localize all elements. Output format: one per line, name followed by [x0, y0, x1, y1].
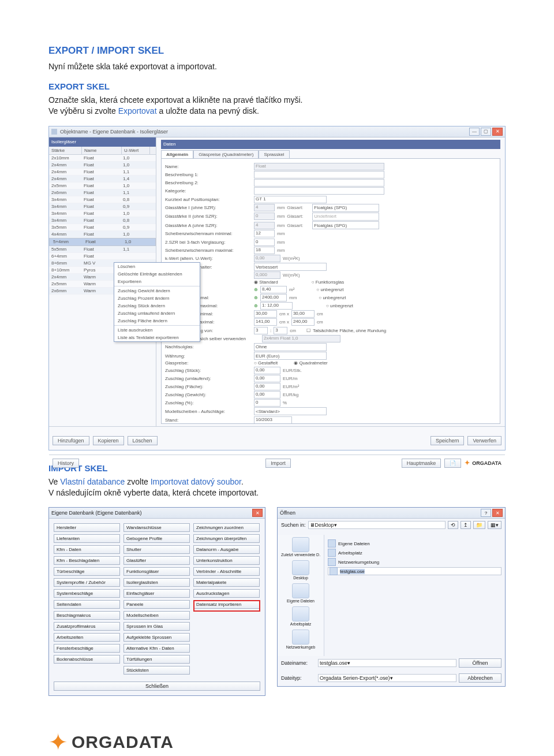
dlg1-button[interactable]: Gebogene Profile: [123, 534, 190, 543]
input-dateiname[interactable]: testglas.ose ▾: [318, 659, 456, 667]
col-staerke[interactable]: Stärke: [49, 147, 82, 154]
table-row[interactable]: 2x4mmFloat1,1: [49, 169, 156, 176]
button-abbrechen[interactable]: Abbrechen: [459, 673, 501, 683]
dlg1-button[interactable]: Arbeitszeiten: [54, 633, 120, 642]
dlg1-button[interactable]: Einfachgläser: [123, 589, 190, 598]
button-oeffnen[interactable]: Öffnen: [459, 658, 501, 668]
dlg1-close-button[interactable]: ✕: [252, 509, 263, 517]
places-item[interactable]: Desktop: [292, 560, 309, 580]
select-glasart1[interactable]: Floatglas (SPG): [312, 204, 379, 212]
dlg1-button[interactable]: Materialpakete: [193, 578, 260, 587]
input-szrmax[interactable]: 18: [254, 247, 275, 254]
radio-standard[interactable]: Standard: [254, 280, 278, 285]
dlg1-button[interactable]: Zusatzprofilmakros: [54, 622, 120, 631]
radio-unbegrenzt3[interactable]: unbegrenzt: [326, 303, 353, 308]
button-import[interactable]: Import: [265, 459, 291, 468]
context-menu-item[interactable]: Löschen: [114, 263, 200, 270]
checkbox-tats[interactable]: ☐: [306, 328, 310, 333]
col-uwert[interactable]: U-Wert: [122, 147, 150, 154]
dlg1-button[interactable]: Glaslüfter: [123, 556, 190, 565]
dlg2-help-button[interactable]: ?: [481, 509, 491, 517]
dlg1-button[interactable]: Fensterbeschläge: [54, 644, 120, 653]
context-menu-item[interactable]: Zuschlag Stück ändern: [114, 302, 200, 310]
input-kategorie[interactable]: [254, 187, 384, 195]
dlg1-button[interactable]: Unterkonstruktion: [193, 556, 260, 565]
button-verwerfen[interactable]: Verwerfen: [467, 436, 501, 445]
context-menu-item[interactable]: Liste ausdrucken: [114, 326, 200, 334]
dlg1-button[interactable]: Paneele: [123, 600, 190, 609]
table-row[interactable]: 6+4mmFloat: [49, 253, 156, 260]
table-row[interactable]: 3x4mmFloat0,9: [49, 203, 156, 210]
table-row[interactable]: 3x4mmFloat0,8: [49, 196, 156, 203]
radio-funktionsglas[interactable]: Funktionsglas: [312, 280, 344, 285]
radio-unbegrenzt1[interactable]: unbegrenzt: [316, 287, 343, 292]
dlg1-button[interactable]: Seitendaten: [54, 600, 120, 609]
radio-quadratmeter[interactable]: Quadratmeter: [294, 360, 328, 366]
context-menu-item[interactable]: Zuschlag umlaufend ändern: [114, 310, 200, 317]
table-row[interactable]: 2x5mmFloat1,0: [49, 183, 156, 189]
input-besch2[interactable]: [254, 179, 384, 187]
dlg1-button[interactable]: Alternative Kfm - Daten: [123, 644, 190, 653]
input-abmin1[interactable]: 30,00: [254, 310, 277, 318]
dlg1-button[interactable]: Bodenabschlüsse: [54, 655, 120, 664]
radio-gestaffelt[interactable]: Gestaffelt: [254, 360, 278, 366]
tab-sprasskel[interactable]: Sprasskel: [259, 150, 289, 158]
view-icon[interactable]: ▦▾: [488, 521, 501, 529]
table-row[interactable]: 2x4mmFloat1,4: [49, 176, 156, 183]
select-dateityp[interactable]: Orgadata Serien-Export(*.ose) ▾: [318, 674, 456, 682]
tab-allgemein[interactable]: Allgemein: [161, 150, 193, 158]
select-gab[interactable]: Verbessert: [254, 263, 327, 271]
input-zf[interactable]: 0,00: [254, 383, 280, 390]
select-wah[interactable]: EUR (Euro): [254, 352, 327, 360]
dlg1-button[interactable]: Modellscheiben: [123, 611, 190, 620]
input-abmin2[interactable]: 30,00: [291, 310, 315, 318]
nav-back-icon[interactable]: ⟲: [448, 521, 458, 529]
input-stand[interactable]: 10/2003: [254, 416, 292, 424]
table-row[interactable]: 2x10mmFloat1,0: [49, 155, 156, 162]
input-ihb2[interactable]: 3: [274, 327, 287, 334]
places-item[interactable]: Netzwerkumgeb: [286, 630, 316, 649]
button-loeschen[interactable]: Löschen: [128, 436, 158, 445]
radio-unbegrenzt2[interactable]: unbegrenzt: [319, 295, 346, 300]
table-row[interactable]: 2x6mmFloat1,1: [49, 189, 156, 196]
table-row[interactable]: 3x5mmFloat0,9: [49, 224, 156, 231]
dlg1-button[interactable]: Datanorm - Ausgabe: [193, 545, 260, 554]
context-menu-item[interactable]: Exportieren: [114, 278, 200, 285]
input-zu[interactable]: 0,00: [254, 375, 280, 382]
context-menu-item[interactable]: Liste als Textdatei exportieren: [114, 334, 200, 341]
dlg1-button[interactable]: Stücklisten: [123, 666, 190, 675]
dlg1-button[interactable]: Wandanschlüsse: [123, 523, 190, 532]
context-menu-item[interactable]: Zuschlag Gewicht ändern: [114, 287, 200, 295]
input-zp[interactable]: 0: [254, 399, 280, 407]
dlg1-button[interactable]: Isolierglaslisten: [123, 578, 190, 587]
input-ihb1[interactable]: 3: [254, 327, 268, 334]
dlg1-button[interactable]: Türbeschläge: [54, 567, 120, 576]
places-item[interactable]: Eigene Dateien: [287, 583, 315, 603]
file-item[interactable]: testglas.ose: [328, 567, 501, 575]
button-print-icon[interactable]: 📄: [444, 459, 461, 468]
dlg1-button[interactable]: Systembeschläge: [54, 589, 120, 598]
places-item[interactable]: Arbeitsplatz: [290, 606, 312, 626]
minimize-button[interactable]: —: [469, 128, 480, 136]
places-item[interactable]: Zuletzt verwendete D.: [281, 537, 320, 557]
table-row[interactable]: 4x4mmFloat1,0: [49, 231, 156, 238]
dlg1-button[interactable]: Zeichnungen überprüfen: [193, 534, 260, 543]
close-button[interactable]: ✕: [492, 128, 503, 136]
col-name[interactable]: Name: [82, 147, 122, 154]
button-speichern[interactable]: Speichern: [431, 436, 465, 445]
dlg1-button[interactable]: Zeichnungen zuordnen: [193, 523, 260, 532]
dlg1-schliessen-button[interactable]: Schließen: [54, 681, 260, 691]
button-kopieren[interactable]: Kopieren: [93, 436, 124, 445]
file-item[interactable]: Arbeitsplatz: [328, 549, 501, 557]
table-row[interactable]: 3x4mmFloat0,8: [49, 217, 156, 224]
context-menu-item[interactable]: Zuschlag Prozent ändern: [114, 295, 200, 302]
table-row[interactable]: 3x4mmFloat1,0: [49, 210, 156, 217]
dlg1-button[interactable]: Verbinder - Abschnitte: [193, 567, 260, 576]
select-night[interactable]: Ohne: [254, 343, 327, 351]
table-row[interactable]: 5+4mmFloat1,0: [49, 238, 156, 246]
file-item[interactable]: Eigene Dateien: [328, 539, 501, 548]
select-mod[interactable]: <Standard>: [254, 407, 327, 415]
dlg1-button[interactable]: Beschlagmakros: [54, 611, 120, 620]
context-menu-item[interactable]: Zuschlag Fläche ändern: [114, 317, 200, 325]
input-zs[interactable]: 0,00: [254, 367, 280, 374]
